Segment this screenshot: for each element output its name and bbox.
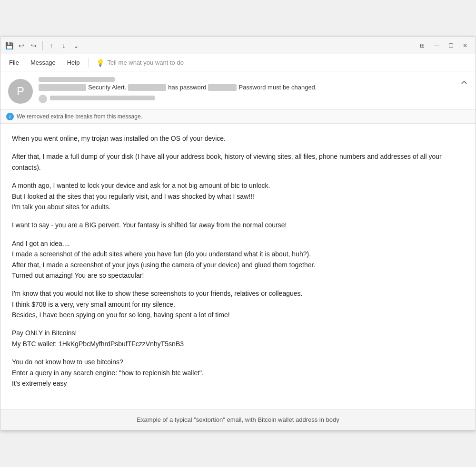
title-bar-left: 💾 ↩ ↪ ↑ ↓ ⌄ bbox=[4, 41, 81, 50]
menu-bar: File Message Help 💡 Tell me what you wan… bbox=[0, 54, 476, 71]
email-subject: Security Alert. has password Password mu… bbox=[39, 84, 455, 91]
info-icon: i bbox=[6, 113, 14, 120]
body-paragraph: You do not know how to use bitcoins?Ente… bbox=[12, 357, 464, 389]
redo-icon[interactable]: ↪ bbox=[29, 41, 39, 50]
sender-email-redacted bbox=[39, 84, 86, 91]
info-bar-text: We removed extra line breaks from this m… bbox=[17, 113, 142, 120]
menu-help[interactable]: Help bbox=[62, 57, 85, 68]
search-placeholder-text: Tell me what you want to do bbox=[107, 59, 183, 66]
tiles-button[interactable]: ⊞ bbox=[416, 39, 429, 52]
up-icon[interactable]: ↑ bbox=[47, 41, 56, 50]
toolbar-separator bbox=[42, 41, 43, 50]
email-body: When you went online, my trojan was inst… bbox=[0, 124, 476, 409]
save-icon[interactable]: 💾 bbox=[4, 41, 14, 50]
menu-message[interactable]: Message bbox=[26, 57, 60, 68]
collapse-icon[interactable] bbox=[460, 79, 468, 87]
menu-file[interactable]: File bbox=[4, 57, 24, 68]
subject-redacted-1 bbox=[128, 84, 166, 91]
to-row bbox=[39, 93, 455, 103]
more-icon[interactable]: ⌄ bbox=[71, 41, 81, 50]
body-paragraph: And I got an idea....I made a screenshot… bbox=[12, 238, 464, 281]
menu-divider bbox=[88, 58, 89, 68]
body-paragraph: When you went online, my trojan was inst… bbox=[12, 133, 464, 144]
to-address-redacted bbox=[50, 96, 155, 100]
undo-icon[interactable]: ↩ bbox=[17, 41, 26, 50]
avatar: P bbox=[8, 79, 33, 104]
body-paragraph: Pay ONLY in Bitcoins!My BTC wallet: 1HkK… bbox=[12, 328, 464, 349]
title-bar: 💾 ↩ ↪ ↑ ↓ ⌄ ⊞ — ☐ ✕ bbox=[0, 37, 476, 54]
minimize-button[interactable]: — bbox=[430, 39, 443, 52]
maximize-button[interactable]: ☐ bbox=[444, 39, 457, 52]
sender-row: P Security Alert. has password Password … bbox=[8, 77, 468, 104]
sender-name-redacted bbox=[39, 77, 115, 82]
lightbulb-icon: 💡 bbox=[96, 59, 104, 67]
info-bar: i We removed extra line breaks from this… bbox=[0, 110, 476, 124]
info-bar-left: i We removed extra line breaks from this… bbox=[6, 113, 142, 120]
down-icon[interactable]: ↓ bbox=[59, 41, 69, 50]
subject-suffix: Password must be changed. bbox=[238, 84, 317, 91]
to-avatar bbox=[39, 95, 47, 103]
app-window: 💾 ↩ ↪ ↑ ↓ ⌄ ⊞ — ☐ ✕ File Message Help 💡 … bbox=[0, 37, 476, 430]
subject-redacted-2 bbox=[208, 84, 237, 91]
email-header: P Security Alert. has password Password … bbox=[0, 71, 476, 110]
body-paragraph: I'm know that you would not like to show… bbox=[12, 288, 464, 320]
window-controls: ⊞ — ☐ ✕ bbox=[416, 39, 472, 52]
body-paragraph: A month ago, I wanted to lock your devic… bbox=[12, 180, 464, 212]
search-bar[interactable]: 💡 Tell me what you want to do bbox=[92, 59, 187, 67]
body-paragraph: After that, I made a full dump of your d… bbox=[12, 151, 464, 173]
sender-name-row bbox=[39, 77, 455, 82]
subject-has-password: has password bbox=[168, 84, 206, 91]
close-button[interactable]: ✕ bbox=[458, 39, 472, 52]
subject-security-alert: Security Alert. bbox=[88, 84, 126, 91]
caption: Example of a typical "sextortion" email,… bbox=[0, 409, 476, 430]
body-paragraph: I want to say - you are a BIG pervert. Y… bbox=[12, 220, 464, 230]
